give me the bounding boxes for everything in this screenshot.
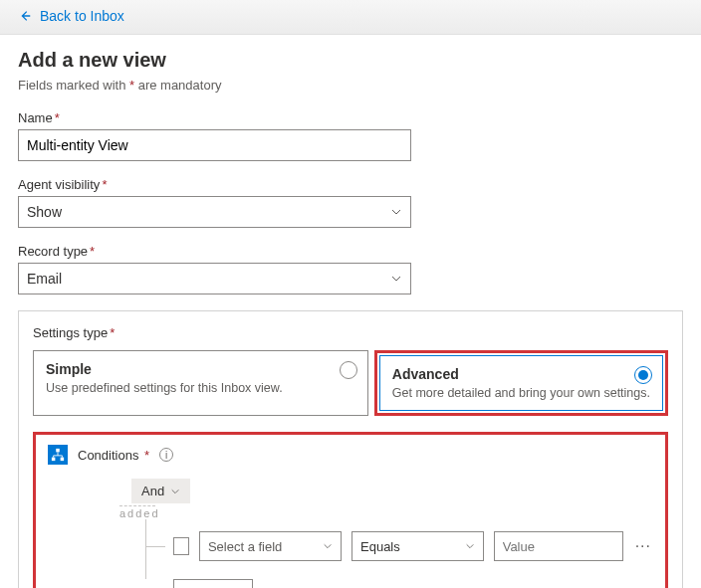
condition-more-button[interactable]: ···: [633, 537, 653, 555]
agent-visibility-value: Show: [27, 204, 62, 220]
settings-type-label-text: Settings type: [33, 325, 108, 340]
settings-advanced-title: Advanced: [392, 366, 650, 382]
info-icon[interactable]: i: [159, 448, 173, 462]
svg-rect-2: [61, 458, 65, 462]
conditions-tree-icon: [48, 445, 68, 465]
condition-field-placeholder: Select a field: [208, 539, 282, 554]
page-title: Add a new view: [18, 49, 683, 72]
condition-operator-value: Equals: [360, 539, 400, 554]
back-link-label: Back to Inbox: [40, 8, 124, 24]
settings-advanced-desc: Get more detailed and bring your own set…: [392, 386, 650, 400]
chevron-down-icon: [323, 541, 333, 551]
name-label: Name*: [18, 110, 683, 125]
svg-rect-0: [56, 449, 60, 453]
advanced-highlight: Advanced Get more detailed and bring you…: [374, 350, 668, 416]
settings-type-advanced-card[interactable]: Advanced Get more detailed and bring you…: [379, 355, 663, 411]
condition-operator-select[interactable]: Equals: [351, 531, 484, 561]
chevron-down-icon: [170, 487, 180, 496]
record-type-value: Email: [27, 271, 62, 287]
radio-unchecked-icon: [340, 361, 357, 379]
agent-visibility-label-text: Agent visibility: [18, 177, 100, 192]
conditions-title-text: Conditions: [78, 448, 138, 463]
name-label-text: Name: [18, 110, 53, 125]
logic-operator-label: And: [141, 484, 164, 498]
agent-visibility-label: Agent visibility*: [18, 177, 683, 192]
condition-checkbox[interactable]: [173, 537, 189, 555]
settings-type-simple-card[interactable]: Simple Use predefined settings for this …: [33, 350, 368, 416]
record-type-select[interactable]: Email: [18, 263, 411, 294]
agent-visibility-select[interactable]: Show: [18, 196, 411, 228]
name-input[interactable]: [18, 129, 411, 161]
condition-row: Select a field Equals ···: [145, 531, 653, 561]
chevron-down-icon: [390, 273, 402, 285]
settings-simple-title: Simple: [46, 361, 355, 377]
chevron-down-icon: [390, 206, 402, 218]
mandatory-note-pre: Fields marked with: [18, 78, 129, 93]
logic-operator-select[interactable]: And: [131, 479, 190, 503]
settings-simple-desc: Use predefined settings for this Inbox v…: [46, 381, 355, 395]
back-to-inbox-link[interactable]: Back to Inbox: [18, 8, 124, 24]
settings-type-label: Settings type*: [33, 325, 668, 340]
mandatory-note-post: are mandatory: [134, 78, 221, 93]
condition-field-select[interactable]: Select a field: [199, 531, 342, 561]
conditions-highlight: Conditions * i And added Select a field: [33, 432, 668, 588]
radio-checked-icon: [634, 366, 652, 384]
mandatory-note: Fields marked with * are mandatory: [18, 78, 683, 93]
condition-value-input[interactable]: [494, 531, 623, 561]
add-condition-button[interactable]: + Add: [173, 579, 253, 588]
added-ghost-text: added: [119, 505, 155, 519]
arrow-left-icon: [18, 9, 32, 23]
conditions-title: Conditions *: [78, 448, 149, 463]
record-type-label: Record type*: [18, 244, 683, 259]
chevron-down-icon: [465, 541, 475, 551]
record-type-label-text: Record type: [18, 244, 88, 259]
svg-rect-1: [52, 458, 56, 462]
